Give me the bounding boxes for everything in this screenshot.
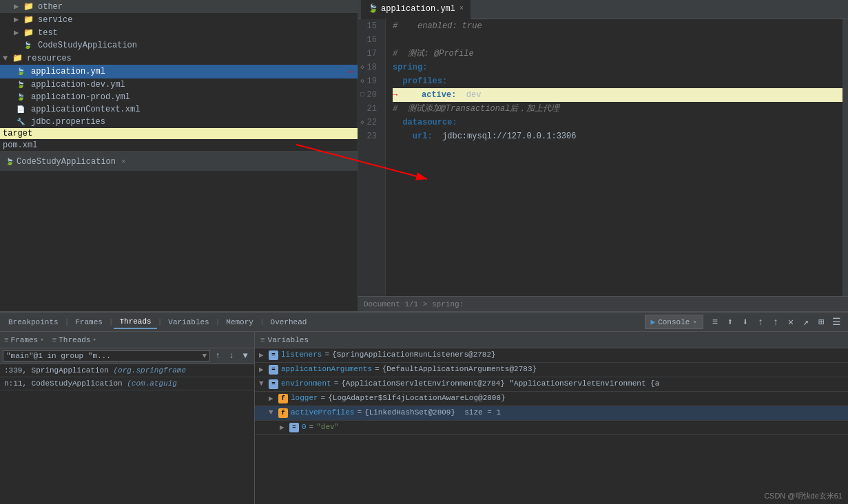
frames-arrow: ▾ <box>40 336 43 344</box>
tree-label-application-yml: application.yml <box>31 67 344 76</box>
tree-item-application-yml[interactable]: 🍃 application.yml ← <box>0 65 358 78</box>
tree-item-application-dev[interactable]: 🍃 application-dev.yml <box>0 78 358 91</box>
console-tab[interactable]: ▶ Console ▾ <box>645 315 703 329</box>
debug-tab-breakpoints[interactable]: Breakpoints <box>3 316 64 328</box>
yml-icon-application: 🍃 <box>17 67 29 76</box>
tab-application-yml[interactable]: 🍃 application.yml × <box>361 0 471 19</box>
folder-icon-service: 📁 <box>23 14 36 25</box>
frame-item-1[interactable]: n:11, CodeStudyApplication (com.atguig <box>0 377 254 390</box>
debug-btn-up1[interactable]: ⬆ <box>723 315 738 330</box>
debug-btn-lines[interactable]: ≡ <box>707 315 723 330</box>
debug-btn-x[interactable]: ✕ <box>783 315 798 330</box>
frames-tab[interactable]: ≡ Frames ▾ <box>4 336 44 344</box>
debug-tab-threads[interactable]: Threads <box>114 315 156 329</box>
debug-btn-grid[interactable]: ⊞ <box>814 315 829 330</box>
tree-item-other[interactable]: ▶ 📁 other <box>0 0 358 13</box>
var-expand-environment[interactable]: ▼ <box>259 379 269 388</box>
threads-icon: ≡ <box>52 336 57 344</box>
code-key-22: datasource: <box>402 116 457 129</box>
debug-btn-arr[interactable]: ↗ <box>798 315 814 330</box>
threads-tab[interactable]: ≡ Threads ▾ <box>52 336 96 344</box>
var-item-activeprofiles[interactable]: ▼ f activeProfiles = {LinkedHashSet@2809… <box>255 406 848 421</box>
tab-label: application.yml <box>381 4 455 14</box>
codestudy-tab[interactable]: 🍃 CodeStudyApplication × <box>0 151 358 171</box>
tree-item-jdbc[interactable]: 🔧 jdbc.properties <box>0 116 358 128</box>
var-item-environment[interactable]: ▼ = environment = {ApplicationServletEnv… <box>255 377 848 392</box>
var-eq-dev: = <box>309 423 314 431</box>
editor-scrollbar[interactable] <box>842 19 848 296</box>
tree-item-codestudy[interactable]: 🍃 CodeStudyApplication <box>0 39 358 52</box>
var-item-dev[interactable]: ▶ = 0 = "dev" <box>255 421 848 435</box>
line-numbers: 15 16 17 ◇18 ◇19 □20 21 ◇22 <box>358 19 386 296</box>
var-type-listeners: = <box>269 350 278 360</box>
var-item-appargs[interactable]: ▶ = applicationArguments = {DefaultAppli… <box>255 363 848 377</box>
yml-icon-tab-codestudy: 🍃 <box>6 158 14 166</box>
xml-icon: 📄 <box>17 105 29 114</box>
tree-item-resources[interactable]: ▼ 📁 resources <box>0 52 358 65</box>
var-expand-appargs[interactable]: ▶ <box>259 365 269 374</box>
tree-item-applicationcontext[interactable]: 📄 applicationContext.xml <box>0 103 358 116</box>
frames-panel-header: ≡ Frames ▾ ≡ Threads ▾ <box>0 332 254 348</box>
var-eq-appargs: = <box>375 365 380 373</box>
thread-select-value: "main"@1 in group "m... <box>6 352 111 360</box>
tree-item-pom[interactable]: pom.xml <box>0 139 358 151</box>
frame-btn-down[interactable]: ↓ <box>225 350 238 362</box>
var-item-logger[interactable]: ▶ f logger = {LogAdapter$Slf4jLocationAw… <box>255 392 848 406</box>
var-eq-environment: = <box>334 379 339 388</box>
var-eq-activeprofiles: = <box>357 408 362 417</box>
code-key-url: url: <box>413 129 433 143</box>
frame-loc-1: n:11, CodeStudyApplication <box>4 379 127 388</box>
debug-tab-variables[interactable]: Variables <box>163 316 214 328</box>
tree-item-test[interactable]: ▶ 📁 test <box>0 26 358 39</box>
debug-btn-up2[interactable]: ↑ <box>753 315 768 330</box>
app-icon: 🍃 <box>23 41 36 50</box>
vars-icon: ≡ <box>260 336 265 344</box>
prop-icon: 🔧 <box>17 118 29 126</box>
var-expand-activeprofiles[interactable]: ▼ <box>269 408 278 417</box>
code-line-22: datasource: <box>393 116 842 129</box>
var-type-activeprofiles: f <box>278 408 288 418</box>
var-expand-listeners[interactable]: ▶ <box>259 350 269 359</box>
var-name-appargs: applicationArguments <box>281 365 372 373</box>
frame-item-0[interactable]: :339, SpringApplication (org.springframe <box>0 364 254 377</box>
debug-btn-down1[interactable]: ⬇ <box>738 315 753 330</box>
var-item-listeners[interactable]: ▶ = listeners = {SpringApplicationRunLis… <box>255 348 848 363</box>
frames-icon: ≡ <box>4 336 9 344</box>
tree-label-pom: pom.xml <box>3 140 37 150</box>
frame-btn-filter[interactable]: ▼ <box>239 350 251 362</box>
var-expand-dev[interactable]: ▶ <box>280 423 289 432</box>
debug-btn-lines2[interactable]: ☰ <box>829 315 844 330</box>
frame-btn-up[interactable]: ↑ <box>211 350 224 362</box>
console-label: Console <box>658 318 690 326</box>
debug-main: ≡ Frames ▾ ≡ Threads ▾ "main"@1 in group… <box>0 332 848 504</box>
var-val-listeners: {SpringApplicationRunListeners@2782} <box>332 350 496 359</box>
var-expand-logger[interactable]: ▶ <box>269 394 278 403</box>
editor-body: 15 16 17 ◇18 ◇19 □20 21 ◇22 <box>358 19 848 296</box>
tab-close-btn[interactable]: × <box>459 5 464 12</box>
code-area[interactable]: # enabled: true # 测试: @Profile spring: <box>386 19 842 296</box>
expand-arrow-resources: ▼ <box>3 54 12 63</box>
red-arrow-annotation: ← <box>349 66 355 77</box>
debug-btn-up3[interactable]: ↑ <box>768 315 783 330</box>
vars-panel: ≡ Variables ▶ = listeners = {SpringAppli… <box>255 332 848 504</box>
debug-tab-overhead[interactable]: Overhead <box>265 316 313 328</box>
tree-item-application-prod[interactable]: 🍃 application-prod.yml <box>0 91 358 103</box>
var-eq-listeners: = <box>324 350 329 359</box>
debug-tab-memory[interactable]: Memory <box>220 316 259 328</box>
var-name-dev: 0 <box>302 423 307 431</box>
line-num-22: ◇22 <box>358 116 381 129</box>
var-type-environment: = <box>269 379 278 389</box>
thread-selector[interactable]: "main"@1 in group "m... ▼ <box>3 350 210 361</box>
debug-tab-frames[interactable]: Frames <box>70 316 108 328</box>
threads-arrow: ▾ <box>92 336 96 344</box>
tree-item-target[interactable]: target <box>0 128 358 139</box>
vars-header: ≡ Variables <box>255 332 848 348</box>
tree-label-target: target <box>3 129 32 138</box>
var-name-environment: environment <box>281 379 331 388</box>
tree-item-service[interactable]: ▶ 📁 service <box>0 13 358 26</box>
line-num-19: ◇19 <box>358 74 381 88</box>
yml-icon-prod: 🍃 <box>17 93 29 101</box>
yml-icon-dev: 🍃 <box>17 81 29 89</box>
close-icon-codestudy[interactable]: × <box>121 158 126 166</box>
console-icon: ▶ <box>651 317 656 326</box>
